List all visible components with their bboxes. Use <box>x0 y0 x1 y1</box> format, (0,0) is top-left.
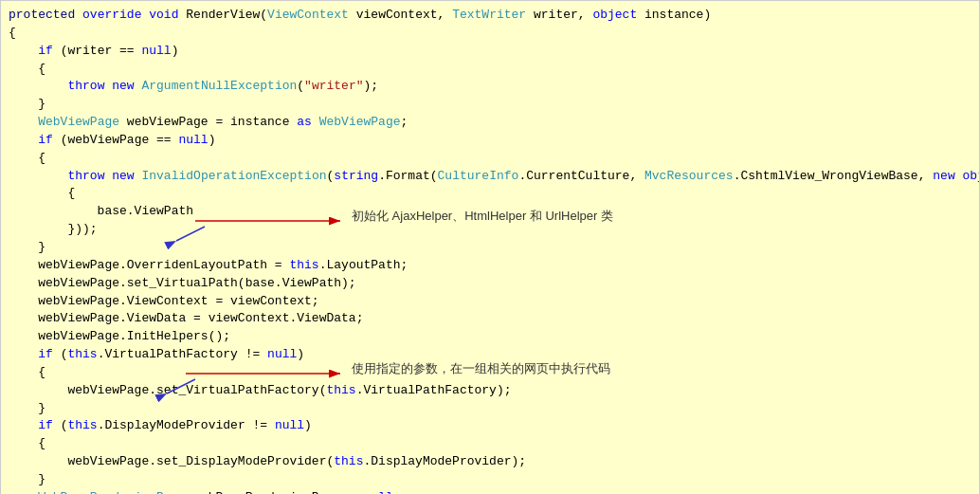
code-line: } <box>9 400 971 418</box>
code-line: WebPageRenderingBase webPageRenderingBas… <box>9 489 971 494</box>
code-line: throw new ArgumentNullException("writer"… <box>9 78 971 96</box>
code-line: webViewPage.set_DisplayModeProvider(this… <box>9 453 971 471</box>
code-line: base.ViewPath <box>9 203 971 221</box>
code-line: webViewPage.set_VirtualPathFactory(this.… <box>9 382 971 400</box>
code-line: { <box>9 150 971 168</box>
code-line: { <box>9 25 971 43</box>
code-line: if (this.DisplayModeProvider != null) <box>9 417 971 435</box>
code-line: webViewPage.ViewContext = viewContext; <box>9 293 971 311</box>
code-line: { <box>9 435 971 453</box>
code-line: })); <box>9 221 971 239</box>
code-line: } <box>9 239 971 257</box>
code-container: protected override void RenderView(ViewC… <box>0 0 980 494</box>
code-line: if (this.VirtualPathFactory != null) <box>9 346 971 364</box>
code-line: if (webViewPage == null) <box>9 132 971 150</box>
code-line: { <box>9 61 971 79</box>
code-line: webViewPage.set_VirtualPath(base.ViewPat… <box>9 275 971 293</box>
code-line: } <box>9 471 971 489</box>
code-line: throw new InvalidOperationException(stri… <box>9 168 971 186</box>
code-line: webViewPage.OverridenLayoutPath = this.L… <box>9 257 971 275</box>
code-line: protected override void RenderView(ViewC… <box>9 7 971 25</box>
code-line: if (writer == null) <box>9 43 971 61</box>
code-line: webViewPage.ViewData = viewContext.ViewD… <box>9 310 971 328</box>
code-line: { <box>9 364 971 382</box>
code-line-inithelpers: webViewPage.InitHelpers(); <box>9 328 971 346</box>
code-line: WebViewPage webViewPage = instance as We… <box>9 114 971 132</box>
code-line: } <box>9 96 971 114</box>
code-line: { <box>9 185 971 203</box>
